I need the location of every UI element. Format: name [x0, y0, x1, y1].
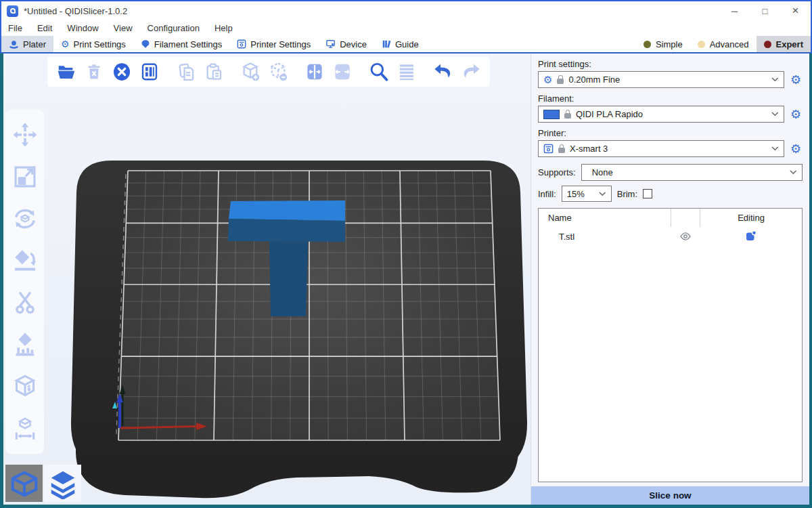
copy-icon — [176, 62, 196, 82]
redo-arrow-icon — [460, 61, 482, 83]
paste-button[interactable] — [202, 60, 226, 84]
viewport-3d[interactable] — [3, 54, 531, 505]
printer-combo[interactable]: X-smart 3 — [538, 140, 784, 157]
tab-bar: Plater ⚙ Print Settings Filament Setting… — [0, 36, 812, 54]
model-crossbar-front-face — [228, 219, 345, 242]
tab-device[interactable]: Device — [318, 36, 374, 52]
close-button[interactable]: × — [780, 1, 811, 20]
seam-button[interactable] — [7, 366, 43, 408]
title-bar: *Untitled - QIDISlicer-1.0.2 ─ □ × — [0, 1, 812, 20]
printer-icon — [543, 144, 554, 154]
filament-combo[interactable]: QIDI PLA Rapido — [538, 106, 784, 123]
chevron-down-icon — [771, 112, 779, 117]
slice-now-button[interactable]: Slice now — [531, 486, 809, 505]
brim-checkbox[interactable] — [643, 189, 652, 198]
visibility-toggle[interactable] — [671, 227, 700, 246]
preview-layers-view-button[interactable] — [44, 465, 81, 502]
cut-button[interactable] — [7, 282, 43, 324]
app-logo-icon — [7, 5, 18, 17]
object-row-t-stl[interactable]: T.stl — [539, 227, 802, 246]
3d-editor-view-button[interactable] — [5, 465, 43, 502]
measure-button[interactable] — [7, 408, 43, 450]
tab-plater[interactable]: Plater — [1, 36, 53, 52]
measure-icon — [12, 416, 38, 442]
edit-object-icon — [745, 230, 757, 242]
search-button[interactable] — [367, 60, 391, 84]
infill-value: 15% — [567, 189, 594, 199]
variable-layer-height-button[interactable] — [394, 60, 419, 84]
menu-file[interactable]: File — [8, 23, 22, 33]
delete-button[interactable] — [82, 60, 106, 84]
redo-button[interactable] — [459, 60, 483, 84]
mode-simple[interactable]: Simple — [636, 36, 690, 52]
print-settings-gear-button[interactable]: ⚙ — [789, 74, 803, 86]
edit-object-button[interactable] — [700, 230, 802, 244]
print-settings-combo[interactable]: ⚙ 0.20mm Fine — [538, 71, 784, 88]
mode-expert[interactable]: Expert — [757, 36, 811, 52]
tab-print-settings[interactable]: ⚙ Print Settings — [53, 36, 133, 52]
top-toolbar — [47, 57, 490, 87]
device-monitor-icon — [325, 39, 336, 49]
view-mode-switcher — [5, 465, 81, 502]
tab-guide[interactable]: Guide — [374, 36, 426, 52]
minimize-button[interactable]: ─ — [719, 1, 750, 20]
split-to-objects-button[interactable] — [302, 60, 327, 84]
column-editing: Editing — [700, 213, 802, 223]
column-visibility — [671, 209, 700, 227]
place-on-face-icon — [12, 247, 39, 274]
place-on-face-button[interactable] — [7, 240, 43, 282]
tab-filament-settings[interactable]: Filament Settings — [133, 36, 229, 52]
tab-printer-settings[interactable]: Printer Settings — [229, 36, 318, 52]
printer-label: Printer: — [538, 128, 803, 138]
arrange-button[interactable] — [137, 60, 162, 84]
supports-combo[interactable]: None — [581, 164, 803, 181]
menu-edit[interactable]: Edit — [37, 23, 52, 33]
printer-gear-button[interactable]: ⚙ — [789, 143, 803, 155]
undo-button[interactable] — [431, 60, 455, 84]
eye-icon — [679, 230, 692, 242]
print-settings-label: Print settings: — [538, 59, 803, 69]
search-icon — [368, 61, 390, 83]
maximize-button[interactable]: □ — [750, 1, 780, 20]
trash-delete-icon — [85, 62, 104, 81]
delete-all-icon — [112, 62, 132, 82]
rotate-button[interactable] — [7, 198, 43, 240]
filament-gear-button[interactable]: ⚙ — [789, 108, 803, 121]
split-to-parts-button[interactable] — [330, 60, 355, 84]
cut-scissors-icon — [12, 290, 38, 316]
object-name: T.stl — [539, 232, 671, 242]
supports-label: Supports: — [538, 167, 576, 177]
add-instance-button[interactable] — [238, 60, 263, 84]
model-stem-front-face — [269, 241, 308, 316]
simple-dot-icon — [644, 41, 651, 48]
copy-button[interactable] — [174, 60, 198, 84]
move-icon — [12, 121, 39, 148]
mode-advanced[interactable]: Advanced — [690, 36, 757, 52]
plater-icon — [9, 39, 19, 49]
menu-view[interactable]: View — [114, 23, 133, 33]
3d-editor-cube-icon — [9, 468, 40, 499]
menu-configuration[interactable]: Configuration — [148, 23, 200, 33]
printer-value: X-smart 3 — [570, 144, 767, 154]
filament-color-swatch — [543, 110, 560, 119]
advanced-dot-icon — [698, 41, 705, 48]
chevron-down-icon — [790, 170, 797, 175]
paste-icon — [204, 62, 224, 82]
chevron-down-icon — [599, 192, 606, 196]
object-list-header: Name Editing — [539, 209, 802, 227]
guide-books-icon — [382, 39, 391, 49]
rotate-icon — [12, 205, 39, 232]
seam-icon — [12, 373, 39, 400]
scale-button[interactable] — [7, 156, 43, 198]
delete-all-button[interactable] — [110, 60, 134, 84]
infill-combo[interactable]: 15% — [562, 186, 612, 202]
move-button[interactable] — [7, 114, 43, 156]
remove-instance-button[interactable] — [266, 60, 290, 84]
model-top-face — [229, 200, 345, 221]
open-button[interactable] — [54, 60, 78, 84]
paint-support-button[interactable] — [7, 324, 43, 366]
infill-label: Infill: — [538, 189, 556, 199]
filament-value: QIDI PLA Rapido — [576, 109, 767, 119]
menu-window[interactable]: Window — [67, 23, 98, 33]
menu-help[interactable]: Help — [215, 23, 233, 33]
